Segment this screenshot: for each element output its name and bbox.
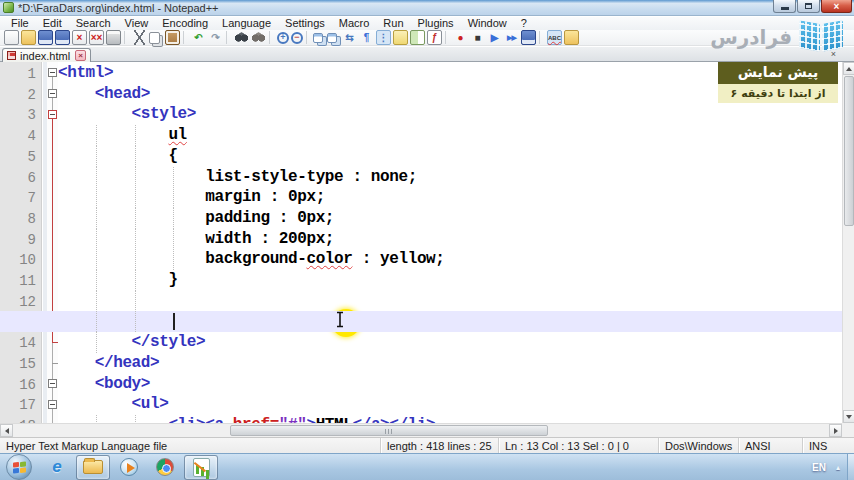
maximize-button[interactable] <box>797 0 820 13</box>
menu-item-help[interactable]: ? <box>514 17 534 30</box>
redo-icon[interactable]: ↷ <box>208 30 223 45</box>
menu-item-run[interactable]: Run <box>376 17 410 30</box>
windows-explorer-icon <box>83 460 103 474</box>
toolbar-separator <box>183 31 188 44</box>
tab-index-html[interactable]: index.html × <box>2 48 91 62</box>
taskbar-media-player[interactable] <box>112 455 146 480</box>
code-line-12[interactable] <box>0 291 842 312</box>
document-map-icon[interactable] <box>410 30 425 45</box>
code-line-15[interactable]: </head> <box>0 353 842 374</box>
menu-item-search[interactable]: Search <box>69 17 118 30</box>
menu-item-file[interactable]: File <box>4 17 36 30</box>
code-line-4[interactable]: ul <box>0 125 842 146</box>
new-file-icon[interactable] <box>4 30 19 45</box>
scroll-right-button[interactable] <box>829 424 842 437</box>
status-encoding[interactable]: ANSI <box>738 438 802 453</box>
code-line-17[interactable]: <ul> <box>0 394 842 415</box>
code-line-5[interactable]: { <box>0 146 842 167</box>
language-indicator[interactable]: EN <box>812 462 826 473</box>
code-line-10[interactable]: background-color : yellow; <box>0 249 842 270</box>
zoom-out-icon[interactable]: − <box>291 32 303 44</box>
scroll-left-button[interactable] <box>0 424 13 437</box>
code-line-2[interactable]: <head> <box>0 84 842 105</box>
close-all-icon[interactable]: ×× <box>89 30 104 45</box>
find-icon[interactable] <box>234 30 249 45</box>
tray-expand-icon[interactable]: ▴ <box>836 463 840 472</box>
sync-vertical-icon[interactable] <box>313 33 323 43</box>
show-desktop-button[interactable] <box>847 454 854 480</box>
code-line-14[interactable]: </style> <box>0 332 842 353</box>
code-line-16[interactable]: <body> <box>0 374 842 395</box>
status-insert-mode[interactable]: INS <box>802 438 854 453</box>
code-line-13[interactable] <box>0 311 842 332</box>
close-file-icon[interactable]: × <box>72 30 87 45</box>
code-line-8[interactable]: padding : 0px; <box>0 208 842 229</box>
vertical-scroll-thumb[interactable] <box>844 76 854 226</box>
menu-item-plugins[interactable]: Plugins <box>411 17 461 30</box>
code-line-7[interactable]: margin : 0px; <box>0 187 842 208</box>
code-line-3[interactable]: <style> <box>0 104 842 125</box>
paste-icon[interactable] <box>165 30 180 45</box>
menu-item-encoding[interactable]: Encoding <box>155 17 215 30</box>
code-editor[interactable]: 123456789101112131415161718 <html> <head… <box>0 62 854 423</box>
status-eol-format[interactable]: Dos\Windows <box>658 438 738 453</box>
save-icon[interactable] <box>38 30 53 45</box>
spell-check-icon-glyph: ABC <box>548 35 561 41</box>
code-line-18[interactable]: <li><a href="#">HTML</a></li> <box>0 415 842 423</box>
code-line-11[interactable]: } <box>0 270 842 291</box>
start-button[interactable] <box>6 454 32 480</box>
minimize-button[interactable] <box>773 0 796 13</box>
close-all-icon-glyph: ×× <box>91 33 103 43</box>
open-file-icon[interactable] <box>21 30 36 45</box>
tab-close-icon[interactable]: × <box>75 50 86 61</box>
zoom-out-icon-glyph: − <box>294 33 299 42</box>
close-button[interactable]: × <box>821 0 852 13</box>
menu-item-view[interactable]: View <box>118 17 156 30</box>
menu-item-window[interactable]: Window <box>461 17 514 30</box>
save-all-icon[interactable] <box>55 30 70 45</box>
macro-run-multiple-icon[interactable]: ▶▶ <box>504 30 519 45</box>
window-titlebar[interactable]: *D:\FaraDars.org\index.html - Notepad++ … <box>0 0 854 16</box>
horizontal-scroll-thumb[interactable] <box>230 425 548 436</box>
zoom-in-icon[interactable]: + <box>277 32 289 44</box>
print-icon[interactable] <box>106 30 121 45</box>
horizontal-scrollbar[interactable] <box>0 423 842 437</box>
macro-stop-icon[interactable]: ■ <box>470 30 485 45</box>
taskbar-notepad-plus-plus[interactable] <box>184 455 218 480</box>
spell-check-icon[interactable]: ABC <box>547 30 562 45</box>
word-wrap-icon[interactable]: ⇆ <box>342 30 357 45</box>
code-line-text: width : 200px; <box>58 230 334 248</box>
taskbar-chrome[interactable] <box>148 455 182 480</box>
close-icon: × <box>834 1 840 12</box>
taskbar-internet-explorer[interactable]: e <box>40 455 74 480</box>
code-text-area[interactable]: <html> <head> <style> ul { list-style-ty… <box>0 63 854 423</box>
undo-icon[interactable]: ↶ <box>191 30 206 45</box>
code-line-9[interactable]: width : 200px; <box>0 229 842 250</box>
code-line-6[interactable]: list-style-type : none; <box>0 167 842 188</box>
macro-play-icon[interactable]: ▶ <box>487 30 502 45</box>
menu-item-language[interactable]: Language <box>215 17 278 30</box>
status-length: length : 418 lines : 25 <box>380 438 498 453</box>
thumb-grip-icon <box>385 429 393 434</box>
show-all-characters-icon[interactable]: ¶ <box>359 30 374 45</box>
menu-item-settings[interactable]: Settings <box>278 17 332 30</box>
cut-icon[interactable] <box>132 30 147 45</box>
sync-horizontal-icon[interactable] <box>327 33 337 43</box>
scroll-down-button[interactable] <box>843 410 854 423</box>
arrow-left-icon <box>5 428 9 434</box>
vertical-scrollbar[interactable] <box>842 62 854 437</box>
plugin-folder-icon[interactable] <box>564 30 579 45</box>
macro-save-icon[interactable] <box>521 30 536 45</box>
macro-record-icon[interactable]: ● <box>453 30 468 45</box>
copy-icon[interactable] <box>149 32 160 44</box>
indent-guide-icon[interactable]: ⋮ <box>376 30 391 45</box>
menu-item-edit[interactable]: Edit <box>36 17 69 30</box>
scroll-up-button[interactable] <box>843 62 854 75</box>
function-list-icon[interactable]: ƒ <box>427 30 442 45</box>
toolbar-separator <box>445 31 450 44</box>
user-defined-dialog-icon[interactable] <box>393 30 408 45</box>
menu-item-macro[interactable]: Macro <box>332 17 377 30</box>
taskbar-windows-explorer[interactable] <box>76 455 110 480</box>
code-line-1[interactable]: <html> <box>0 63 842 84</box>
replace-icon[interactable] <box>251 30 266 45</box>
